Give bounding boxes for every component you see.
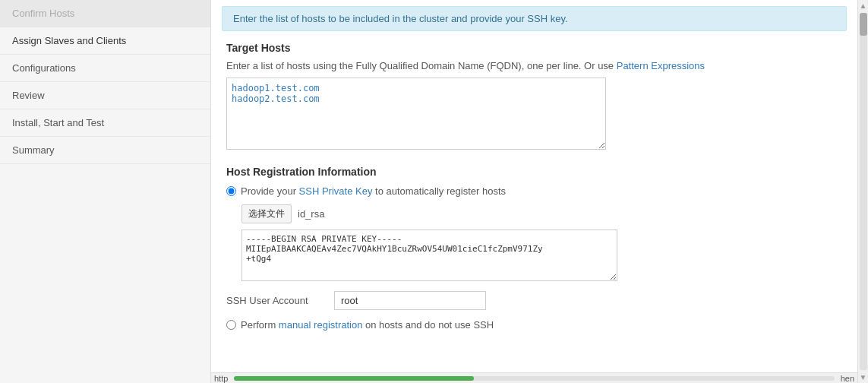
- manual-registration-link[interactable]: manual registration: [279, 319, 363, 331]
- scroll-down-arrow[interactable]: ▼: [860, 372, 867, 383]
- vertical-scrollbar[interactable]: ▲ ▼: [857, 0, 868, 383]
- ssh-key-radio[interactable]: [226, 186, 236, 196]
- host-reg-title: Host Registration Information: [226, 166, 842, 178]
- pattern-expressions-link[interactable]: Pattern Expressions: [617, 60, 705, 71]
- target-hosts-section: Target Hosts Enter a list of hosts using…: [226, 42, 842, 152]
- ssh-user-input[interactable]: [334, 291, 486, 310]
- sidebar-item-configurations[interactable]: Configurations: [0, 55, 210, 82]
- sidebar-item-install-start-test[interactable]: Install, Start and Test: [0, 109, 210, 137]
- sidebar-item-assign-slaves[interactable]: Assign Slaves and Clients: [0, 27, 210, 55]
- end-text: hen: [841, 374, 854, 383]
- ssh-private-key-link[interactable]: SSH Private Key: [299, 185, 373, 197]
- sidebar-item-review[interactable]: Review: [0, 82, 210, 109]
- file-name-display: id_rsa: [298, 208, 324, 220]
- manual-reg-label: Perform manual registration on hosts and…: [241, 319, 494, 331]
- scroll-up-arrow[interactable]: ▲: [860, 0, 867, 11]
- horizontal-scrollbar-thumb[interactable]: [234, 376, 474, 381]
- host-registration-section: Host Registration Information Provide yo…: [226, 166, 842, 331]
- ssh-key-radio-row: Provide your SSH Private Key to automati…: [226, 185, 842, 197]
- info-banner: Enter the list of hosts to be included i…: [222, 6, 847, 31]
- vertical-scrollbar-thumb[interactable]: [860, 13, 867, 36]
- bottom-bar: http hen: [211, 372, 857, 383]
- choose-file-button[interactable]: 选择文件: [241, 204, 292, 223]
- ssh-user-row: SSH User Account: [226, 291, 842, 310]
- target-hosts-subtitle: Enter a list of hosts using the Fully Qu…: [226, 60, 842, 71]
- url-text: http: [214, 374, 228, 383]
- hosts-textarea[interactable]: [226, 78, 606, 150]
- horizontal-scrollbar-track[interactable]: [234, 376, 834, 381]
- sidebar: Confirm Hosts Assign Slaves and Clients …: [0, 0, 211, 383]
- file-chooser-row: 选择文件 id_rsa: [241, 204, 842, 223]
- target-hosts-title: Target Hosts: [226, 42, 842, 54]
- manual-reg-row: Perform manual registration on hosts and…: [226, 319, 842, 331]
- private-key-textarea[interactable]: [241, 229, 617, 281]
- sidebar-item-summary[interactable]: Summary: [0, 137, 210, 164]
- main-content: Enter the list of hosts to be included i…: [211, 0, 857, 383]
- ssh-key-label: Provide your SSH Private Key to automati…: [241, 185, 506, 197]
- manual-reg-radio[interactable]: [226, 320, 236, 330]
- sidebar-item-confirm-hosts[interactable]: Confirm Hosts: [0, 0, 210, 27]
- vertical-scrollbar-track[interactable]: [860, 13, 867, 370]
- ssh-user-label: SSH User Account: [226, 295, 325, 306]
